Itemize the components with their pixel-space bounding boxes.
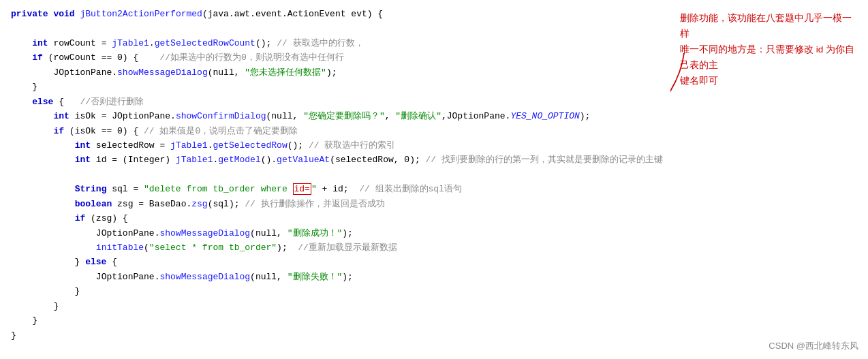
code-line-16: JOptionPane.showMessageDialog(null, "删除成… bbox=[11, 226, 660, 240]
code-line-1: private void jButton2ActionPerformed(jav… bbox=[11, 7, 660, 21]
annotation-text: 删除功能，该功能在八套题中几乎一模一样 唯一不同的地方是：只需要修改 id 为你… bbox=[680, 11, 858, 89]
code-area: private void jButton2ActionPerformed(jav… bbox=[0, 0, 670, 359]
code-line-11: int id = (Integer) jTable1.getModel().ge… bbox=[11, 153, 660, 167]
code-line-3: int rowCount = jTable1.getSelectedRowCou… bbox=[11, 36, 660, 50]
code-line-19: JOptionPane.showMessageDialog(null, "删除失… bbox=[11, 270, 660, 284]
code-line-15: if (zsg) { bbox=[11, 211, 660, 225]
annotation-line3: 键名即可 bbox=[680, 76, 718, 86]
watermark: CSDN @西北峰转东风 bbox=[769, 340, 858, 352]
code-line-5: JOptionPane.showMessageDialog(null, "您未选… bbox=[11, 65, 660, 80]
id-highlight: id= bbox=[293, 183, 311, 195]
annotation-area: 删除功能，该功能在八套题中几乎一模一样 唯一不同的地方是：只需要修改 id 为你… bbox=[670, 0, 868, 359]
code-line-9: if (isOk == 0) { // 如果值是0，说明点击了确定要删除 bbox=[11, 124, 660, 138]
code-line-4: if (rowCount == 0) { //如果选中的行数为0，则说明没有选中… bbox=[11, 50, 660, 65]
annotation-line2: 唯一不同的地方是：只需要修改 id 为你自己表的主 bbox=[680, 44, 854, 70]
code-line-2 bbox=[11, 21, 660, 35]
code-line-23: } bbox=[11, 328, 660, 343]
main-container: private void jButton2ActionPerformed(jav… bbox=[0, 0, 868, 359]
code-line-22: } bbox=[11, 313, 660, 328]
code-line-10: int selectedRow = jTable1.getSelectedRow… bbox=[11, 138, 660, 153]
code-line-6: } bbox=[11, 80, 660, 94]
annotation-line1: 删除功能，该功能在八套题中几乎一模一样 bbox=[680, 13, 852, 39]
code-line-12 bbox=[11, 168, 660, 182]
code-line-7: else { //否则进行删除 bbox=[11, 95, 660, 109]
code-line-8: int isOk = JOptionPane.showConfirmDialog… bbox=[11, 109, 660, 123]
code-line-14: boolean zsg = BaseDao.zsg(sql); // 执行删除操… bbox=[11, 197, 660, 211]
code-line-13: String sql = "delete from tb_order where… bbox=[11, 182, 660, 196]
code-line-17: initTable("select * from tb_order"); //重… bbox=[11, 240, 660, 255]
code-line-20: } bbox=[11, 284, 660, 298]
code-line-21: } bbox=[11, 299, 660, 313]
code-line-18: } else { bbox=[11, 255, 660, 269]
